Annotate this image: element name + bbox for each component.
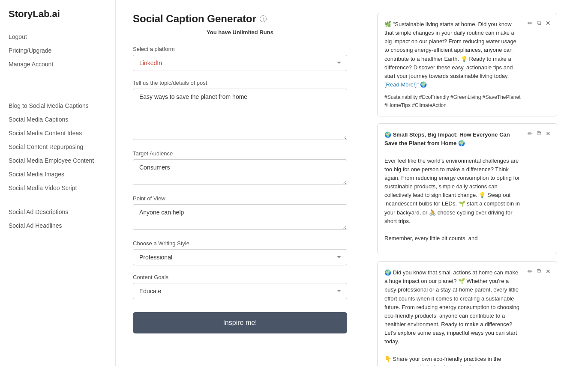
result-2-edit-button[interactable]: ✏ — [527, 129, 534, 138]
results-panel: ✏ ⧉ ✕ 🌿 "Sustainable living starts at ho… — [364, 0, 570, 366]
copy-icon: ⧉ — [537, 19, 541, 26]
pov-group: Point of View — [133, 195, 347, 232]
result-2-actions: ✏ ⧉ ✕ — [527, 129, 552, 138]
topic-textarea[interactable] — [133, 89, 347, 140]
platform-group: Select a platform LinkedIn Twitter Faceb… — [133, 46, 347, 71]
result-3-edit-button[interactable]: ✏ — [527, 267, 534, 276]
manage-account-link[interactable]: Manage Account — [0, 57, 115, 71]
result-3-close-button[interactable]: ✕ — [545, 267, 552, 276]
copy-icon: ⧉ — [537, 268, 541, 274]
result-1-copy-button[interactable]: ⧉ — [536, 18, 542, 27]
main-form: Social Caption Generator i You have Unli… — [116, 0, 364, 366]
close-icon: ✕ — [546, 130, 551, 137]
content-goals-select[interactable]: Educate Entertain Inspire Promote — [133, 283, 347, 299]
social-captions-link[interactable]: Social Media Captions — [0, 113, 115, 126]
edit-icon: ✏ — [528, 130, 533, 137]
logo: StoryLab.ai — [0, 9, 115, 30]
result-3-text: 🌍 Did you know that small actions at hom… — [384, 268, 550, 366]
result-1-text: 🌿 "Sustainable living starts at home. Di… — [384, 20, 550, 89]
pov-textarea[interactable] — [133, 204, 347, 230]
page-title: Social Caption Generator — [133, 13, 256, 25]
result-1-hashtags: #Sustainability #EcoFriendly #GreenLivin… — [384, 93, 550, 109]
pov-label: Point of View — [133, 195, 347, 202]
employee-content-link[interactable]: Social Media Employee Content — [0, 154, 115, 167]
result-3-actions: ✏ ⧉ ✕ — [527, 267, 552, 276]
audience-textarea[interactable] — [133, 159, 347, 185]
close-icon: ✕ — [546, 268, 551, 275]
platform-label: Select a platform — [133, 46, 347, 52]
sidebar: StoryLab.ai Logout Pricing/Upgrade Manag… — [0, 0, 116, 366]
content-goals-group: Content Goals Educate Entertain Inspire … — [133, 274, 347, 299]
platform-select[interactable]: LinkedIn Twitter Facebook Instagram — [133, 55, 347, 71]
writing-style-label: Choose a Writing Style — [133, 240, 347, 247]
writing-style-group: Choose a Writing Style Professional Casu… — [133, 240, 347, 265]
pricing-link[interactable]: Pricing/Upgrade — [0, 44, 115, 57]
content-repurposing-link[interactable]: Social Content Repurposing — [0, 140, 115, 154]
writing-style-select[interactable]: Professional Casual Humorous Inspiration… — [133, 249, 347, 265]
blog-to-social-link[interactable]: Blog to Social Media Captions — [0, 99, 115, 113]
ad-headlines-link[interactable]: Social Ad Headlines — [0, 219, 115, 232]
result-1-close-button[interactable]: ✕ — [545, 18, 552, 27]
social-images-link[interactable]: Social Media Images — [0, 167, 115, 181]
topic-label: Tell us the topic/details of post — [133, 80, 347, 86]
content-ideas-link[interactable]: Social Media Content Ideas — [0, 126, 115, 140]
ad-descriptions-link[interactable]: Social Ad Descriptions — [0, 205, 115, 219]
content-goals-label: Content Goals — [133, 274, 347, 280]
result-2-copy-button[interactable]: ⧉ — [536, 129, 542, 138]
inspire-button[interactable]: Inspire me! — [133, 312, 347, 333]
result-card-2: ✏ ⧉ ✕ 🌍 Small Steps, Big Impact: How Eve… — [377, 123, 557, 254]
edit-icon: ✏ — [528, 20, 533, 27]
result-1-actions: ✏ ⧉ ✕ — [527, 18, 552, 27]
topic-group: Tell us the topic/details of post — [133, 80, 347, 142]
result-3-copy-button[interactable]: ⧉ — [536, 267, 542, 276]
result-1-edit-button[interactable]: ✏ — [527, 18, 534, 27]
video-script-link[interactable]: Social Media Video Script — [0, 181, 115, 195]
audience-label: Target Audience — [133, 150, 347, 157]
info-icon[interactable]: i — [260, 15, 267, 22]
unlimited-runs-badge: You have Unlimited Runs — [133, 29, 347, 36]
result-2-close-button[interactable]: ✕ — [545, 129, 552, 138]
close-icon: ✕ — [546, 20, 551, 27]
copy-icon: ⧉ — [537, 130, 541, 137]
result-card-3: ✏ ⧉ ✕ 🌍 Did you know that small actions … — [377, 261, 557, 366]
logout-link[interactable]: Logout — [0, 30, 115, 44]
result-card-1: ✏ ⧉ ✕ 🌿 "Sustainable living starts at ho… — [377, 13, 557, 116]
audience-group: Target Audience — [133, 150, 347, 187]
edit-icon: ✏ — [528, 268, 533, 275]
result-2-text: 🌍 Small Steps, Big Impact: How Everyone … — [384, 131, 550, 243]
